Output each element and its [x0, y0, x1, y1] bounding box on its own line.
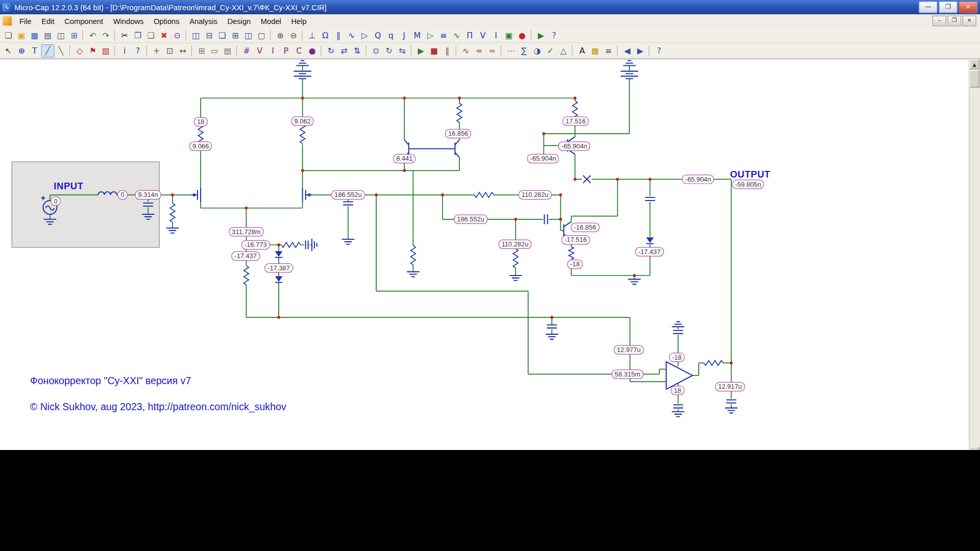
menu-file[interactable]: File	[14, 15, 36, 27]
show-grid-icon[interactable]: ⊞	[195, 44, 208, 57]
plot-3d-icon[interactable]: △	[557, 44, 570, 57]
save-file-icon[interactable]: ▦	[28, 29, 41, 42]
zoom-rect-icon[interactable]: ⊡	[163, 44, 177, 57]
zoom-in-icon[interactable]: ⊕	[274, 29, 287, 42]
toolbar-icon[interactable]	[270, 30, 272, 40]
toolbar-icon[interactable]	[649, 45, 651, 56]
menu-windows[interactable]: Windows	[108, 15, 149, 27]
copy-icon[interactable]: ❐	[131, 29, 144, 42]
schematic-canvas[interactable]: 189.0669.0628.44116.85617.516-65.904n-65…	[0, 59, 969, 450]
npn-transistor-icon[interactable]: Q	[371, 29, 384, 42]
repeat-find-icon[interactable]: ↻	[382, 44, 396, 57]
split-horizontal-icon[interactable]: ⊞	[229, 29, 242, 42]
wire-mode-icon[interactable]: ╱	[41, 44, 55, 57]
new-file-icon[interactable]: ❏	[2, 29, 15, 42]
split-vertical-icon[interactable]: ◫	[242, 29, 255, 42]
line-width-icon[interactable]: ≡	[602, 44, 615, 57]
watch-icon[interactable]: ◑	[531, 44, 544, 57]
next-view-icon[interactable]: ▶	[634, 44, 647, 57]
menu-analysis[interactable]: Analysis	[184, 15, 222, 27]
menu-component[interactable]: Component	[59, 15, 108, 27]
menu-model[interactable]: Model	[256, 15, 286, 27]
node-conditions-icon[interactable]: C	[292, 44, 306, 57]
run-icon[interactable]: ▶	[534, 29, 548, 42]
optimize-icon[interactable]: ∑	[518, 44, 531, 57]
component-mode-icon[interactable]: ⊕	[15, 44, 28, 57]
node-voltages-icon[interactable]: V	[253, 44, 266, 57]
rotate-icon[interactable]: ↻	[325, 44, 338, 57]
vertical-scrollbar[interactable]: ▲ ▼	[969, 59, 980, 450]
toolbar-icon[interactable]	[69, 45, 71, 56]
toolbar-icon[interactable]	[191, 45, 193, 56]
schematic-workspace[interactable]: 189.0669.0628.44116.85617.516-65.904n-65…	[0, 59, 980, 450]
mdi-close-button[interactable]: ×	[963, 16, 976, 27]
tile-vertical-icon[interactable]: ◫	[189, 29, 203, 42]
jfet-component-icon[interactable]: J	[398, 29, 411, 42]
info-mode-icon[interactable]: i	[118, 44, 131, 57]
diagonal-wire-mode-icon[interactable]: ╲	[55, 44, 68, 57]
menu-design[interactable]: Design	[223, 15, 256, 27]
close-button[interactable]: ×	[959, 1, 977, 13]
capacitor-component-icon[interactable]: ∥	[332, 29, 345, 42]
print-icon[interactable]: ▤	[41, 29, 55, 42]
picture-mode-icon[interactable]: ▧	[100, 44, 113, 57]
inductor-component-icon[interactable]: ∿	[345, 29, 358, 42]
toolbar-icon[interactable]	[456, 45, 458, 56]
toolbar-icon[interactable]	[114, 45, 116, 56]
help-icon[interactable]: ?	[548, 29, 561, 42]
run-analysis-icon[interactable]: ▶	[414, 44, 428, 57]
maximize-button[interactable]: ❐	[939, 1, 958, 13]
macro-component-icon[interactable]: ▣	[502, 29, 516, 42]
find-component-icon[interactable]: ⊙	[370, 44, 383, 57]
scroll-up-button[interactable]: ▲	[969, 59, 979, 69]
node-powers-icon[interactable]: P	[279, 44, 292, 57]
toolbar-icon[interactable]	[501, 45, 503, 56]
opamp-component-icon[interactable]: ▷	[424, 29, 437, 42]
battery-component-icon[interactable]: ≡	[437, 29, 450, 42]
help-topics-icon[interactable]: ?	[652, 44, 666, 57]
pin-connections-icon[interactable]: ●	[306, 44, 319, 57]
tile-horizontal-icon[interactable]: ⊟	[203, 29, 216, 42]
cut-icon[interactable]: ✂	[118, 29, 131, 42]
calculator-icon[interactable]: ⊞	[67, 29, 81, 42]
ground-component-icon[interactable]: ⊥	[306, 29, 319, 42]
resistor-component-icon[interactable]: Ω	[318, 29, 332, 42]
redo-icon[interactable]: ↷	[100, 29, 113, 42]
minimize-button[interactable]: —	[919, 1, 938, 13]
paste-icon[interactable]: ❑	[144, 29, 158, 42]
node-dot-icon[interactable]: ●	[516, 29, 529, 42]
find-icon[interactable]: ⊙	[170, 29, 184, 42]
stop-analysis-icon[interactable]: ■	[428, 44, 441, 57]
undo-icon[interactable]: ↶	[86, 29, 100, 42]
help-mode-icon[interactable]: ?	[131, 44, 144, 57]
show-border-icon[interactable]: ▭	[208, 44, 222, 57]
toolbar-icon[interactable]	[186, 30, 188, 40]
toolbar-icon[interactable]	[236, 45, 238, 56]
flag-mode-icon[interactable]: ⚑	[86, 44, 100, 57]
pan-mode-icon[interactable]: ↔	[176, 44, 189, 57]
pulse-source-icon[interactable]: Π	[463, 29, 476, 42]
toolbar-icon[interactable]	[321, 45, 323, 56]
toolbar-icon[interactable]	[146, 45, 149, 56]
node-currents-icon[interactable]: I	[266, 44, 280, 57]
add-text-icon[interactable]: A	[576, 44, 589, 57]
prev-view-icon[interactable]: ◀	[621, 44, 634, 57]
probe-ac-icon[interactable]: ≈	[473, 44, 486, 57]
toolbar-icon[interactable]	[531, 30, 533, 40]
cascade-windows-icon[interactable]: ❏	[215, 29, 229, 42]
diode-component-icon[interactable]: ▷	[358, 29, 372, 42]
scroll-down-button[interactable]: ▼	[969, 447, 979, 450]
voltage-source-icon[interactable]: V	[476, 29, 489, 42]
mdi-minimize-button[interactable]: –	[933, 16, 946, 27]
menu-options[interactable]: Options	[149, 15, 184, 27]
mdi-restore-button[interactable]: ❐	[947, 16, 961, 27]
pause-analysis-icon[interactable]: ∥	[440, 44, 454, 57]
sine-source-icon[interactable]: ∿	[450, 29, 463, 42]
flip-vertical-icon[interactable]: ⇅	[351, 44, 364, 57]
mosfet-component-icon[interactable]: M	[410, 29, 424, 42]
toolbar-icon[interactable]	[617, 45, 619, 56]
toolbar-icon[interactable]	[365, 45, 368, 56]
zoom-out-icon[interactable]: ⊖	[287, 29, 300, 42]
replace-icon[interactable]: ⇆	[396, 44, 409, 57]
probe-dc-icon[interactable]: =	[485, 44, 499, 57]
